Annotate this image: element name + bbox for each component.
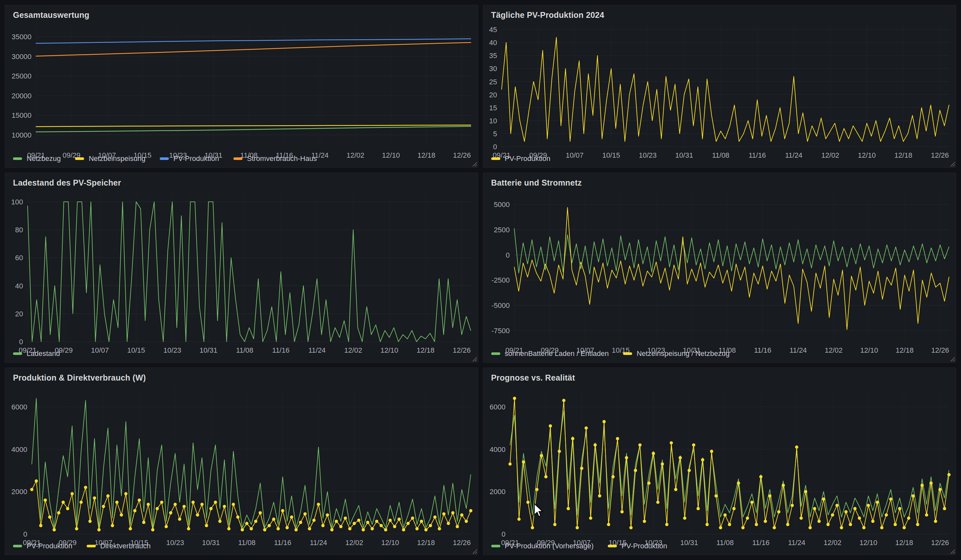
svg-text:100: 100 — [11, 198, 23, 206]
svg-text:12/18: 12/18 — [417, 539, 435, 547]
chart-canvas[interactable]: 09/2109/2910/0710/1510/2310/3111/0811/16… — [5, 189, 478, 348]
svg-text:10/15: 10/15 — [130, 539, 148, 547]
panel-ladestand-pv-speicher: Ladestand des PV-Speicher 09/2109/2910/0… — [5, 173, 478, 363]
svg-text:09/21: 09/21 — [19, 346, 36, 354]
svg-text:10/15: 10/15 — [612, 346, 630, 354]
svg-text:25: 25 — [489, 78, 497, 86]
chart-canvas[interactable]: 09/2109/2910/0710/1510/2310/3111/0811/16… — [5, 21, 478, 153]
panel-title[interactable]: Prognose vs. Realität — [491, 373, 948, 382]
svg-text:10/23: 10/23 — [169, 151, 187, 159]
panel-header[interactable]: Gesamtauswertung — [5, 5, 478, 21]
svg-text:11/16: 11/16 — [272, 346, 289, 354]
svg-text:12/26: 12/26 — [931, 346, 949, 354]
panel-prognose-vs-realitaet: Prognose vs. Realität 09/2109/2910/0710/… — [483, 367, 956, 555]
svg-text:12/02: 12/02 — [344, 346, 362, 354]
svg-text:10/23: 10/23 — [647, 346, 665, 354]
chart-svg: 09/2109/2910/0710/1510/2310/3111/0811/16… — [484, 21, 956, 162]
svg-text:40: 40 — [15, 282, 23, 290]
panel-gesamtauswertung: Gesamtauswertung 09/2109/2910/0710/1510/… — [5, 5, 478, 168]
svg-text:6000: 6000 — [11, 403, 27, 411]
panel-resize-handle[interactable] — [471, 160, 477, 167]
svg-text:11/08: 11/08 — [718, 346, 736, 354]
panel-header[interactable]: Prognose vs. Realität — [484, 368, 956, 384]
svg-text:30000: 30000 — [12, 53, 32, 61]
svg-text:09/21: 09/21 — [501, 539, 519, 547]
svg-text:09/29: 09/29 — [537, 539, 554, 547]
svg-text:12/18: 12/18 — [418, 151, 436, 159]
svg-text:10/15: 10/15 — [608, 539, 626, 547]
panel-title[interactable]: Gesamtauswertung — [13, 10, 470, 20]
svg-text:4000: 4000 — [11, 446, 27, 454]
svg-text:11/24: 11/24 — [310, 539, 327, 547]
svg-text:12/02: 12/02 — [821, 151, 839, 159]
panel-resize-handle[interactable] — [949, 548, 955, 554]
panel-produktion-direktverbrauch: Produktion & Direktverbrauch (W) 09/2109… — [5, 367, 478, 555]
panel-title[interactable]: Batterie und Stromnetz — [491, 178, 948, 188]
panel-taegliche-pv-produktion: Tägliche PV-Produktion 2024 09/2109/2910… — [483, 5, 956, 168]
svg-text:10/07: 10/07 — [95, 539, 112, 547]
panel-batterie-und-stromnetz: Batterie und Stromnetz 09/2109/2910/0710… — [483, 173, 956, 363]
panel-resize-handle[interactable] — [471, 548, 477, 554]
panel-header[interactable]: Ladestand des PV-Speicher — [5, 173, 478, 189]
svg-text:11/16: 11/16 — [754, 346, 771, 354]
panel-title[interactable]: Tägliche PV-Produktion 2024 — [491, 10, 948, 20]
svg-text:15000: 15000 — [12, 111, 32, 119]
svg-text:10000: 10000 — [12, 131, 32, 139]
svg-text:-5000: -5000 — [491, 302, 509, 310]
panel-header[interactable]: Tägliche PV-Produktion 2024 — [484, 5, 956, 21]
svg-text:2500: 2500 — [494, 226, 510, 234]
chart-svg: 09/2109/2910/0710/1510/2310/3111/0811/16… — [484, 189, 956, 356]
chart-svg: 09/2109/2910/0710/1510/2310/3111/0811/16… — [5, 189, 478, 356]
svg-text:10/23: 10/23 — [166, 539, 184, 547]
svg-text:10/31: 10/31 — [204, 151, 222, 159]
panel-title[interactable]: Ladestand des PV-Speicher — [13, 178, 470, 188]
svg-text:11/08: 11/08 — [236, 346, 253, 354]
svg-text:-2500: -2500 — [491, 276, 509, 284]
svg-text:10/31: 10/31 — [200, 346, 217, 354]
svg-text:09/29: 09/29 — [59, 539, 77, 547]
svg-text:10/15: 10/15 — [602, 151, 620, 159]
panel-resize-handle[interactable] — [949, 355, 955, 362]
svg-text:40: 40 — [489, 39, 497, 47]
resize-grip-icon — [949, 160, 955, 167]
svg-text:12/02: 12/02 — [823, 539, 841, 547]
svg-text:60: 60 — [15, 254, 23, 262]
svg-text:0: 0 — [19, 338, 23, 346]
panel-header[interactable]: Produktion & Direktverbrauch (W) — [5, 368, 478, 384]
chart-canvas[interactable]: 09/2109/2910/0710/1510/2310/3111/0811/16… — [484, 189, 956, 348]
svg-text:12/02: 12/02 — [346, 151, 364, 159]
resize-grip-icon — [949, 355, 955, 362]
svg-text:2000: 2000 — [490, 488, 506, 496]
svg-text:11/08: 11/08 — [238, 539, 255, 547]
panel-resize-handle[interactable] — [471, 355, 477, 362]
svg-text:09/29: 09/29 — [541, 346, 558, 354]
svg-text:11/08: 11/08 — [240, 151, 257, 159]
svg-text:12/26: 12/26 — [453, 346, 471, 354]
panel-title[interactable]: Produktion & Direktverbrauch (W) — [13, 373, 470, 382]
svg-text:12/26: 12/26 — [453, 151, 471, 159]
panel-resize-handle[interactable] — [949, 160, 955, 167]
svg-text:11/16: 11/16 — [752, 539, 769, 547]
chart-svg: 09/2109/2910/0710/1510/2310/3111/0811/16… — [5, 384, 478, 549]
svg-text:11/24: 11/24 — [788, 539, 805, 547]
svg-text:10/07: 10/07 — [98, 151, 116, 159]
chart-canvas[interactable]: 09/2109/2910/0710/1510/2310/3111/0811/16… — [484, 21, 956, 153]
panel-header[interactable]: Batterie und Stromnetz — [484, 173, 956, 189]
svg-text:11/16: 11/16 — [276, 151, 293, 159]
svg-text:09/21: 09/21 — [23, 539, 40, 547]
svg-text:80: 80 — [15, 226, 23, 234]
svg-text:11/24: 11/24 — [789, 346, 807, 354]
svg-text:11/24: 11/24 — [309, 346, 326, 354]
svg-text:10/07: 10/07 — [576, 346, 594, 354]
svg-text:12/10: 12/10 — [382, 151, 400, 159]
svg-text:09/29: 09/29 — [529, 151, 547, 159]
svg-text:20: 20 — [15, 310, 23, 318]
chart-canvas[interactable]: 09/2109/2910/0710/1510/2310/3111/0811/16… — [484, 384, 956, 541]
svg-text:12/02: 12/02 — [346, 539, 363, 547]
svg-text:09/21: 09/21 — [27, 151, 45, 159]
svg-text:12/10: 12/10 — [860, 539, 877, 547]
chart-canvas[interactable]: 09/2109/2910/0710/1510/2310/3111/0811/16… — [5, 384, 478, 541]
resize-grip-icon — [471, 548, 477, 554]
svg-text:0: 0 — [506, 251, 509, 259]
svg-text:12/26: 12/26 — [931, 151, 949, 159]
